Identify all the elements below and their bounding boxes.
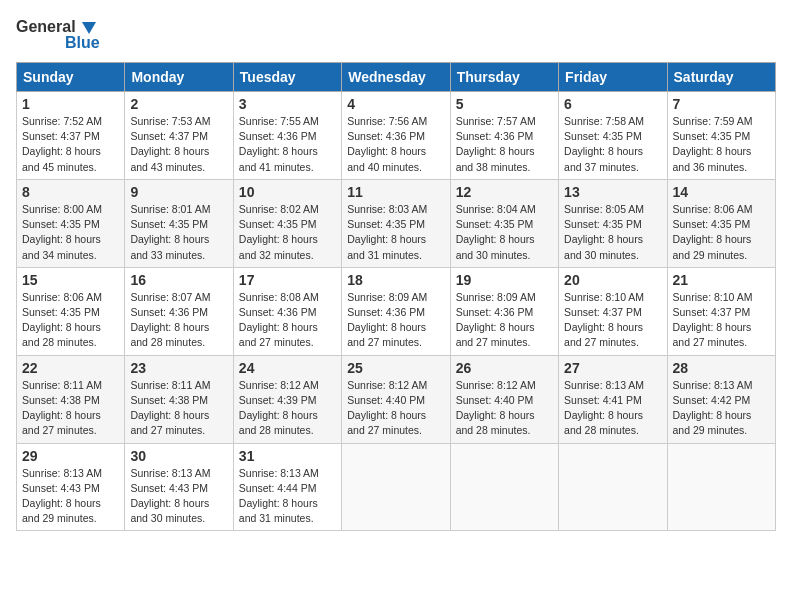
day-number: 8	[22, 184, 119, 200]
calendar-cell: 12Sunrise: 8:04 AMSunset: 4:35 PMDayligh…	[450, 179, 558, 267]
day-info: Sunrise: 8:11 AMSunset: 4:38 PMDaylight:…	[22, 378, 119, 439]
day-info: Sunrise: 8:13 AMSunset: 4:42 PMDaylight:…	[673, 378, 770, 439]
calendar-cell: 15Sunrise: 8:06 AMSunset: 4:35 PMDayligh…	[17, 267, 125, 355]
calendar-cell: 17Sunrise: 8:08 AMSunset: 4:36 PMDayligh…	[233, 267, 341, 355]
day-number: 4	[347, 96, 444, 112]
day-info: Sunrise: 7:57 AMSunset: 4:36 PMDaylight:…	[456, 114, 553, 175]
logo: General Blue	[16, 16, 100, 52]
day-info: Sunrise: 7:55 AMSunset: 4:36 PMDaylight:…	[239, 114, 336, 175]
calendar-cell: 22Sunrise: 8:11 AMSunset: 4:38 PMDayligh…	[17, 355, 125, 443]
day-number: 19	[456, 272, 553, 288]
calendar-cell: 19Sunrise: 8:09 AMSunset: 4:36 PMDayligh…	[450, 267, 558, 355]
day-info: Sunrise: 8:13 AMSunset: 4:41 PMDaylight:…	[564, 378, 661, 439]
day-number: 29	[22, 448, 119, 464]
day-info: Sunrise: 8:02 AMSunset: 4:35 PMDaylight:…	[239, 202, 336, 263]
calendar-week-row: 8Sunrise: 8:00 AMSunset: 4:35 PMDaylight…	[17, 179, 776, 267]
day-number: 28	[673, 360, 770, 376]
calendar-week-row: 1Sunrise: 7:52 AMSunset: 4:37 PMDaylight…	[17, 92, 776, 180]
calendar-cell: 29Sunrise: 8:13 AMSunset: 4:43 PMDayligh…	[17, 443, 125, 531]
day-number: 16	[130, 272, 227, 288]
column-header-saturday: Saturday	[667, 63, 775, 92]
calendar-cell: 21Sunrise: 8:10 AMSunset: 4:37 PMDayligh…	[667, 267, 775, 355]
day-info: Sunrise: 8:06 AMSunset: 4:35 PMDaylight:…	[22, 290, 119, 351]
day-info: Sunrise: 7:53 AMSunset: 4:37 PMDaylight:…	[130, 114, 227, 175]
calendar-cell: 28Sunrise: 8:13 AMSunset: 4:42 PMDayligh…	[667, 355, 775, 443]
day-info: Sunrise: 8:07 AMSunset: 4:36 PMDaylight:…	[130, 290, 227, 351]
day-info: Sunrise: 8:13 AMSunset: 4:43 PMDaylight:…	[130, 466, 227, 527]
day-info: Sunrise: 8:10 AMSunset: 4:37 PMDaylight:…	[564, 290, 661, 351]
column-header-sunday: Sunday	[17, 63, 125, 92]
calendar-cell	[450, 443, 558, 531]
calendar-cell: 14Sunrise: 8:06 AMSunset: 4:35 PMDayligh…	[667, 179, 775, 267]
day-info: Sunrise: 8:09 AMSunset: 4:36 PMDaylight:…	[347, 290, 444, 351]
calendar-cell: 11Sunrise: 8:03 AMSunset: 4:35 PMDayligh…	[342, 179, 450, 267]
calendar-body: 1Sunrise: 7:52 AMSunset: 4:37 PMDaylight…	[17, 92, 776, 531]
logo-text-blue: Blue	[65, 34, 100, 52]
svg-marker-0	[82, 22, 96, 34]
day-info: Sunrise: 7:59 AMSunset: 4:35 PMDaylight:…	[673, 114, 770, 175]
day-info: Sunrise: 8:00 AMSunset: 4:35 PMDaylight:…	[22, 202, 119, 263]
calendar-header-row: SundayMondayTuesdayWednesdayThursdayFrid…	[17, 63, 776, 92]
calendar-cell	[667, 443, 775, 531]
day-info: Sunrise: 8:13 AMSunset: 4:43 PMDaylight:…	[22, 466, 119, 527]
day-info: Sunrise: 8:08 AMSunset: 4:36 PMDaylight:…	[239, 290, 336, 351]
day-number: 24	[239, 360, 336, 376]
day-number: 6	[564, 96, 661, 112]
calendar-cell: 4Sunrise: 7:56 AMSunset: 4:36 PMDaylight…	[342, 92, 450, 180]
day-info: Sunrise: 7:56 AMSunset: 4:36 PMDaylight:…	[347, 114, 444, 175]
day-info: Sunrise: 8:01 AMSunset: 4:35 PMDaylight:…	[130, 202, 227, 263]
day-number: 26	[456, 360, 553, 376]
column-header-thursday: Thursday	[450, 63, 558, 92]
day-info: Sunrise: 8:12 AMSunset: 4:40 PMDaylight:…	[347, 378, 444, 439]
day-number: 27	[564, 360, 661, 376]
calendar-cell: 8Sunrise: 8:00 AMSunset: 4:35 PMDaylight…	[17, 179, 125, 267]
day-number: 1	[22, 96, 119, 112]
page-header: General Blue	[16, 16, 776, 52]
day-number: 7	[673, 96, 770, 112]
day-number: 5	[456, 96, 553, 112]
calendar-cell: 5Sunrise: 7:57 AMSunset: 4:36 PMDaylight…	[450, 92, 558, 180]
day-number: 20	[564, 272, 661, 288]
day-number: 10	[239, 184, 336, 200]
calendar-cell: 31Sunrise: 8:13 AMSunset: 4:44 PMDayligh…	[233, 443, 341, 531]
day-info: Sunrise: 8:12 AMSunset: 4:39 PMDaylight:…	[239, 378, 336, 439]
day-number: 14	[673, 184, 770, 200]
calendar-cell	[559, 443, 667, 531]
calendar-cell	[342, 443, 450, 531]
calendar-cell: 20Sunrise: 8:10 AMSunset: 4:37 PMDayligh…	[559, 267, 667, 355]
calendar-week-row: 29Sunrise: 8:13 AMSunset: 4:43 PMDayligh…	[17, 443, 776, 531]
logo-container: General Blue	[16, 16, 100, 52]
day-info: Sunrise: 8:11 AMSunset: 4:38 PMDaylight:…	[130, 378, 227, 439]
calendar-cell: 16Sunrise: 8:07 AMSunset: 4:36 PMDayligh…	[125, 267, 233, 355]
day-number: 9	[130, 184, 227, 200]
day-info: Sunrise: 8:06 AMSunset: 4:35 PMDaylight:…	[673, 202, 770, 263]
column-header-friday: Friday	[559, 63, 667, 92]
day-info: Sunrise: 8:05 AMSunset: 4:35 PMDaylight:…	[564, 202, 661, 263]
day-number: 31	[239, 448, 336, 464]
day-number: 15	[22, 272, 119, 288]
day-info: Sunrise: 8:13 AMSunset: 4:44 PMDaylight:…	[239, 466, 336, 527]
calendar-cell: 25Sunrise: 8:12 AMSunset: 4:40 PMDayligh…	[342, 355, 450, 443]
day-number: 17	[239, 272, 336, 288]
day-number: 11	[347, 184, 444, 200]
day-number: 13	[564, 184, 661, 200]
column-header-monday: Monday	[125, 63, 233, 92]
day-info: Sunrise: 8:12 AMSunset: 4:40 PMDaylight:…	[456, 378, 553, 439]
calendar-cell: 9Sunrise: 8:01 AMSunset: 4:35 PMDaylight…	[125, 179, 233, 267]
calendar-cell: 24Sunrise: 8:12 AMSunset: 4:39 PMDayligh…	[233, 355, 341, 443]
day-info: Sunrise: 8:04 AMSunset: 4:35 PMDaylight:…	[456, 202, 553, 263]
calendar-table: SundayMondayTuesdayWednesdayThursdayFrid…	[16, 62, 776, 531]
day-info: Sunrise: 7:52 AMSunset: 4:37 PMDaylight:…	[22, 114, 119, 175]
calendar-cell: 30Sunrise: 8:13 AMSunset: 4:43 PMDayligh…	[125, 443, 233, 531]
calendar-week-row: 22Sunrise: 8:11 AMSunset: 4:38 PMDayligh…	[17, 355, 776, 443]
calendar-cell: 10Sunrise: 8:02 AMSunset: 4:35 PMDayligh…	[233, 179, 341, 267]
day-info: Sunrise: 7:58 AMSunset: 4:35 PMDaylight:…	[564, 114, 661, 175]
day-number: 21	[673, 272, 770, 288]
day-number: 23	[130, 360, 227, 376]
column-header-tuesday: Tuesday	[233, 63, 341, 92]
calendar-cell: 2Sunrise: 7:53 AMSunset: 4:37 PMDaylight…	[125, 92, 233, 180]
day-number: 30	[130, 448, 227, 464]
day-number: 22	[22, 360, 119, 376]
calendar-cell: 3Sunrise: 7:55 AMSunset: 4:36 PMDaylight…	[233, 92, 341, 180]
calendar-cell: 26Sunrise: 8:12 AMSunset: 4:40 PMDayligh…	[450, 355, 558, 443]
